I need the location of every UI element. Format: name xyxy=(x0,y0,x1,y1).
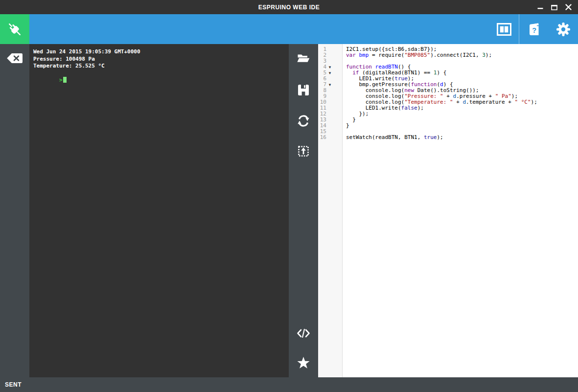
sync-icon xyxy=(297,115,310,127)
code-text: setWatch(readBTN, BTN1, true); xyxy=(333,135,443,140)
minimize-icon xyxy=(537,4,543,10)
toolbar-spacer xyxy=(29,14,489,44)
fold-gutter-empty xyxy=(326,93,333,99)
code-view-button[interactable] xyxy=(289,320,318,347)
flash-board-button[interactable] xyxy=(289,138,318,165)
code-icon xyxy=(297,329,310,338)
code-lines: 1I2C1.setup({scl:B6,sda:B7});2var bmp = … xyxy=(318,44,578,140)
fold-gutter-empty xyxy=(326,129,333,135)
fold-gutter-empty xyxy=(326,76,333,82)
split-view-icon xyxy=(497,23,511,36)
chip-upload-icon xyxy=(297,145,310,158)
star-button[interactable] xyxy=(289,349,318,376)
floppy-save-icon xyxy=(298,84,309,96)
fold-arrow-icon[interactable]: ▾ xyxy=(326,70,333,76)
fold-gutter-empty xyxy=(326,46,333,52)
fold-gutter-empty xyxy=(326,52,333,58)
folder-open-icon xyxy=(297,53,310,63)
icon-rail xyxy=(289,44,318,377)
window-title: ESPRUINO WEB IDE xyxy=(258,4,320,11)
close-icon xyxy=(565,4,572,10)
gear-icon xyxy=(556,22,571,37)
code-text: } xyxy=(333,123,349,129)
titlebar: ESPRUINO WEB IDE xyxy=(0,0,578,14)
toolbar: ? xyxy=(0,14,578,44)
open-file-button[interactable] xyxy=(289,44,318,71)
sync-button[interactable] xyxy=(289,107,318,135)
split-view-button[interactable] xyxy=(489,14,519,44)
espruino-web-ide-window: ESPRUINO WEB IDE xyxy=(0,0,578,392)
star-icon xyxy=(297,356,310,369)
fold-gutter-empty xyxy=(326,135,333,140)
terminal-line: Pressure: 100498 Pa xyxy=(33,56,286,63)
fold-gutter-empty xyxy=(326,117,333,123)
save-file-button[interactable] xyxy=(289,76,318,104)
status-text: SENT xyxy=(5,381,22,388)
terminal-prompt-line: > xyxy=(33,70,286,92)
left-rail xyxy=(0,44,29,377)
fold-gutter-empty xyxy=(326,99,333,105)
fold-arrow-icon[interactable]: ▾ xyxy=(326,64,333,70)
editor-panel[interactable]: 1I2C1.setup({scl:B6,sda:B7});2var bmp = … xyxy=(318,44,578,377)
terminal-line: Wed Jun 24 2015 19:05:39 GMT+0000 xyxy=(33,48,286,56)
help-button[interactable]: ? xyxy=(519,14,549,44)
terminal-cursor xyxy=(63,77,67,83)
connect-button[interactable] xyxy=(0,14,29,44)
terminal-lines: Wed Jun 24 2015 19:05:39 GMT+0000Pressur… xyxy=(33,48,286,70)
settings-button[interactable] xyxy=(549,14,578,44)
line-number: 16 xyxy=(318,135,326,140)
backspace-icon xyxy=(6,53,23,64)
minimize-button[interactable] xyxy=(533,0,547,14)
maximize-icon xyxy=(551,4,557,10)
fold-gutter-empty xyxy=(326,58,333,64)
terminal-line: Temperature: 25.525 °C xyxy=(33,63,286,70)
help-book-icon: ? xyxy=(528,23,541,36)
fold-arrow-icon[interactable]: ▾ xyxy=(326,82,333,88)
code-line[interactable]: 13 } xyxy=(318,117,578,123)
code-text: var bmp = require("BMP085").connect(I2C1… xyxy=(333,52,492,58)
fold-gutter-empty xyxy=(326,111,333,117)
main-area: Wed Jun 24 2015 19:05:39 GMT+0000Pressur… xyxy=(0,44,578,377)
code-line[interactable]: 2var bmp = require("BMP085").connect(I2C… xyxy=(318,52,578,58)
fold-gutter-empty xyxy=(326,88,333,93)
terminal-panel[interactable]: Wed Jun 24 2015 19:05:39 GMT+0000Pressur… xyxy=(29,44,289,377)
code-text: } xyxy=(333,117,356,123)
terminal-prompt: > xyxy=(59,77,63,83)
plug-icon xyxy=(6,21,23,38)
fold-gutter-empty xyxy=(326,105,333,111)
window-controls xyxy=(533,0,576,14)
close-button[interactable] xyxy=(561,0,576,14)
code-line[interactable]: 16setWatch(readBTN, BTN1, true); xyxy=(318,135,578,140)
code-text xyxy=(333,129,346,135)
code-text xyxy=(333,58,346,64)
svg-text:?: ? xyxy=(532,26,536,34)
code-line[interactable]: 12 }); xyxy=(318,111,578,117)
fold-gutter-empty xyxy=(326,123,333,129)
maximize-button[interactable] xyxy=(547,0,561,14)
code-line[interactable]: 14} xyxy=(318,123,578,129)
status-bar: SENT xyxy=(0,377,578,392)
clear-terminal-button[interactable] xyxy=(0,44,29,72)
